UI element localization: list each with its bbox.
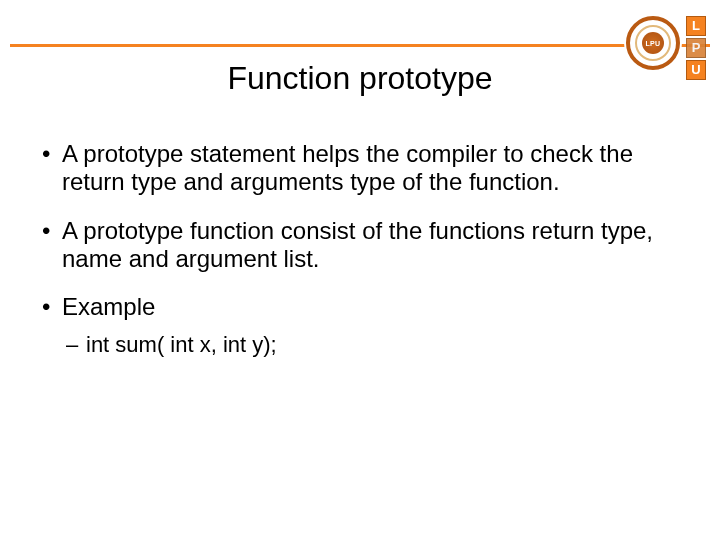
sub-item: int sum( int x, int y); (62, 332, 670, 358)
example-code: int sum( int x, int y); (86, 332, 277, 357)
slide-body: A prototype statement helps the compiler… (40, 140, 670, 378)
bullet-text: Example (62, 293, 155, 320)
sub-list: int sum( int x, int y); (62, 332, 670, 358)
slide-title: Function prototype (0, 60, 720, 97)
logo-tile-l: L (686, 16, 706, 36)
bullet-text: A prototype function consist of the func… (62, 217, 653, 272)
divider-rule (10, 44, 710, 47)
bullet-list: A prototype statement helps the compiler… (40, 140, 670, 358)
bullet-text: A prototype statement helps the compiler… (62, 140, 633, 195)
logo-tile-p: P (686, 38, 706, 58)
slide: LPU L P U Function prototype A prototype… (0, 0, 720, 540)
bullet-item: A prototype statement helps the compiler… (40, 140, 670, 197)
seal-text: LPU (646, 40, 661, 47)
bullet-item: Example int sum( int x, int y); (40, 293, 670, 357)
bullet-item: A prototype function consist of the func… (40, 217, 670, 274)
